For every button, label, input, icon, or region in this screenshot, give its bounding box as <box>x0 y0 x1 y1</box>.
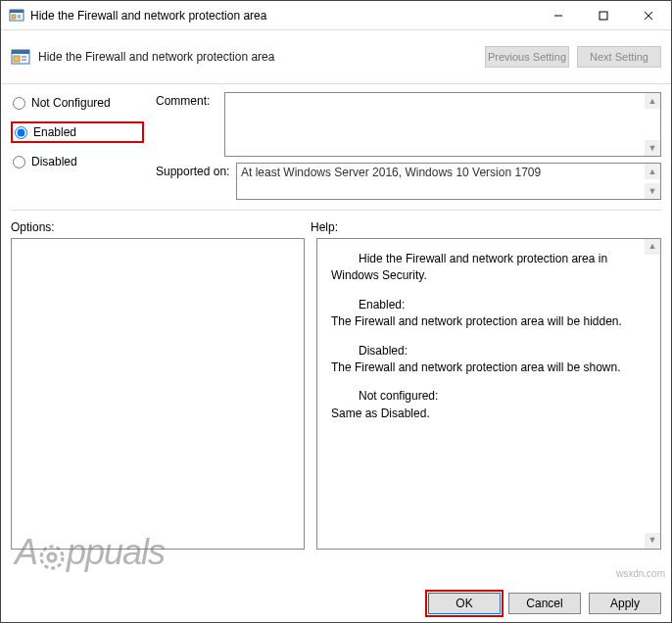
close-button[interactable] <box>626 1 671 30</box>
corner-watermark: wsxdn.com <box>616 568 665 579</box>
watermark-left: A <box>15 532 37 573</box>
radio-enabled-input[interactable] <box>15 126 27 139</box>
policy-icon <box>11 47 30 67</box>
header: Hide the Firewall and network protection… <box>1 30 671 77</box>
supported-box: At least Windows Server 2016, Windows 10… <box>236 163 661 200</box>
help-text-disabled-body: The Firewall and network protection area… <box>331 359 637 376</box>
svg-point-11 <box>48 553 56 561</box>
ok-button[interactable]: OK <box>428 593 501 614</box>
scroll-up-icon[interactable]: ▲ <box>645 239 660 255</box>
svg-rect-2 <box>12 15 16 19</box>
radio-not-configured-label: Not Configured <box>31 96 111 110</box>
titlebar: Hide the Firewall and network protection… <box>1 1 671 30</box>
svg-rect-9 <box>14 56 20 62</box>
svg-point-10 <box>41 547 63 568</box>
help-text-intro: Hide the Firewall and network protection… <box>331 251 637 285</box>
scroll-down-icon[interactable]: ▼ <box>645 183 660 199</box>
help-label: Help: <box>311 220 338 234</box>
comment-textbox[interactable]: ▲ ▼ <box>224 92 661 157</box>
minimize-button[interactable] <box>536 1 581 30</box>
window-title: Hide the Firewall and network protection… <box>30 9 536 23</box>
watermark-right: ppuals <box>67 532 165 573</box>
radio-disabled-label: Disabled <box>31 155 77 168</box>
comment-label: Comment: <box>156 92 224 157</box>
gear-icon <box>37 540 67 569</box>
svg-rect-1 <box>10 10 24 13</box>
options-pane <box>11 238 305 550</box>
scroll-down-icon[interactable]: ▼ <box>645 140 660 156</box>
previous-setting-button[interactable]: Previous Setting <box>485 46 569 68</box>
radio-enabled-label: Enabled <box>33 125 76 139</box>
supported-text: At least Windows Server 2016, Windows 10… <box>241 166 541 179</box>
radio-enabled[interactable]: Enabled <box>11 121 144 143</box>
help-pane: ▲ ▼ Hide the Firewall and network protec… <box>316 238 661 550</box>
radio-disabled[interactable]: Disabled <box>11 151 144 172</box>
scroll-up-icon[interactable]: ▲ <box>645 164 660 179</box>
state-radio-group: Not Configured Enabled Disabled <box>11 92 144 206</box>
svg-rect-4 <box>600 12 607 20</box>
watermark: A ppuals <box>15 532 165 573</box>
options-label: Options: <box>11 220 311 234</box>
maximize-button[interactable] <box>581 1 626 30</box>
svg-rect-8 <box>12 50 29 54</box>
supported-label: Supported on: <box>156 163 236 178</box>
help-text-notconf-body: Same as Disabled. <box>331 406 637 422</box>
apply-button[interactable]: Apply <box>589 593 661 614</box>
help-text-notconf-title: Not configured: <box>331 388 637 405</box>
scroll-down-icon[interactable]: ▼ <box>645 533 660 549</box>
help-text-disabled-title: Disabled: <box>331 343 637 359</box>
next-setting-button[interactable]: Next Setting <box>577 46 661 68</box>
radio-not-configured-input[interactable] <box>13 97 25 110</box>
scroll-up-icon[interactable]: ▲ <box>645 93 660 109</box>
policy-title: Hide the Firewall and network protection… <box>38 50 477 64</box>
help-text-enabled-body: The Firewall and network protection area… <box>331 313 637 330</box>
cancel-button[interactable]: Cancel <box>508 593 581 614</box>
radio-disabled-input[interactable] <box>13 156 25 168</box>
radio-not-configured[interactable]: Not Configured <box>11 92 144 114</box>
window-icon <box>9 8 24 24</box>
help-text-enabled-title: Enabled: <box>331 297 637 313</box>
